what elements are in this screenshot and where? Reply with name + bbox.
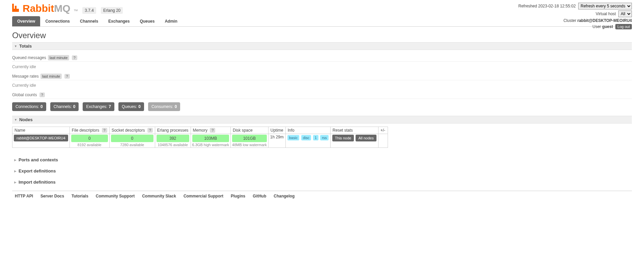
logout-button[interactable]: Log out — [615, 24, 632, 29]
rates-range-badge[interactable]: last minute — [40, 74, 62, 79]
col-reset: Reset stats — [330, 127, 378, 134]
tab-admin[interactable]: Admin — [160, 16, 182, 26]
node-name[interactable]: rabbit@DESKTOP-MEOIRU4 — [14, 135, 68, 141]
col-ep: Erlang processes — [155, 127, 191, 134]
queued-range-badge[interactable]: last minute — [48, 55, 69, 60]
col-info: Info — [285, 127, 330, 134]
footer-community-support[interactable]: Community Support — [96, 194, 135, 198]
refreshed-time: 2023-02-18 12:55:02 — [538, 4, 576, 8]
chevron-right-icon: ▶ — [14, 181, 17, 184]
footer-community-slack[interactable]: Community Slack — [142, 194, 176, 198]
disk-sub: 48MB low watermark — [232, 143, 267, 147]
count-queues[interactable]: Queues: 0 — [118, 102, 144, 111]
uptime-value: 1h 29m — [268, 134, 285, 148]
chevron-right-icon: ▶ — [14, 158, 17, 162]
section-totals-title: Totals — [19, 44, 32, 49]
chevron-right-icon: ▶ — [14, 169, 17, 173]
section-export[interactable]: ▶ Export definitions — [12, 167, 632, 175]
footer-server-docs[interactable]: Server Docs — [40, 194, 64, 198]
erlang-version-badge: Erlang 20 — [101, 7, 123, 14]
fd-help[interactable]: ? — [102, 128, 107, 133]
col-disk: Disk space — [231, 127, 269, 134]
section-ports[interactable]: ▶ Ports and contexts — [12, 156, 632, 164]
rabbit-icon — [12, 4, 19, 12]
sd-help[interactable]: ? — [147, 128, 153, 133]
mem-value: 103MB — [192, 135, 229, 142]
footer-plugins[interactable]: Plugins — [231, 194, 245, 198]
col-mem: Memory ? — [191, 127, 230, 134]
col-plusminus[interactable]: +/- — [378, 127, 388, 134]
fd-sub: 8192 available — [78, 143, 102, 147]
table-row: rabbit@DESKTOP-MEOIRU4 08192 available 0… — [12, 134, 388, 148]
user-label: User — [592, 24, 601, 29]
brand-mq: MQ — [54, 3, 70, 14]
footer-commercial-support[interactable]: Commercial Support — [184, 194, 223, 198]
rates-help[interactable]: ? — [64, 74, 70, 79]
mem-sub: 6.3GB high watermark — [192, 143, 229, 147]
section-import[interactable]: ▶ Import definitions — [12, 178, 632, 186]
count-channels[interactable]: Channels: 0 — [50, 102, 79, 111]
count-consumers[interactable]: Consumers: 0 — [148, 102, 180, 111]
col-sd: Socket descriptors ? — [109, 127, 155, 134]
tab-overview[interactable]: Overview — [12, 16, 40, 26]
disk-value: 101GB — [232, 135, 267, 142]
info-rss[interactable]: rss — [320, 135, 329, 140]
nodes-table: Name File descriptors ? Socket descripto… — [12, 127, 388, 148]
rates-idle: Currently idle — [12, 83, 632, 88]
info-one[interactable]: 1 — [313, 135, 318, 140]
reset-this-node-button[interactable]: This node — [332, 135, 354, 141]
info-disc[interactable]: disc — [301, 135, 311, 140]
tab-exchanges[interactable]: Exchanges — [103, 16, 135, 26]
sd-value: 0 — [111, 135, 153, 142]
fd-value: 0 — [71, 135, 108, 142]
section-nodes-header[interactable]: ▼ Nodes — [12, 116, 632, 124]
cluster-name: rabbit@DESKTOP-MEOIRU4 — [578, 18, 632, 23]
chevron-down-icon: ▼ — [14, 118, 17, 122]
section-import-title: Import definitions — [19, 180, 56, 185]
footer-github[interactable]: GitHub — [253, 194, 266, 198]
col-uptime: Uptime — [268, 127, 285, 134]
top-nav: Refreshed 2023-02-18 12:55:02 Refresh ev… — [519, 3, 632, 30]
section-export-title: Export definitions — [19, 168, 56, 173]
ep-sub: 1048576 available — [158, 143, 188, 147]
rabbit-version-badge: 3.7.4 — [82, 7, 96, 14]
section-ports-title: Ports and contexts — [19, 157, 58, 162]
section-nodes-title: Nodes — [19, 117, 33, 122]
sd-sub: 7280 available — [120, 143, 144, 147]
vhost-label: Virtual host — [596, 11, 616, 16]
user-name: guest — [602, 24, 613, 29]
reset-all-nodes-button[interactable]: All nodes — [356, 135, 376, 141]
queued-messages-label: Queued messages — [12, 55, 46, 60]
queued-help[interactable]: ? — [72, 55, 77, 60]
tab-connections[interactable]: Connections — [40, 16, 75, 26]
tab-channels[interactable]: Channels — [75, 16, 103, 26]
col-name: Name — [12, 127, 70, 134]
vhost-select[interactable]: All — [618, 10, 632, 17]
tab-queues[interactable]: Queues — [135, 16, 160, 26]
cluster-label: Cluster — [563, 18, 576, 23]
footer-tutorials[interactable]: Tutorials — [72, 194, 88, 198]
refreshed-label: Refreshed — [519, 4, 537, 8]
count-exchanges[interactable]: Exchanges: 7 — [83, 102, 114, 111]
footer-http-api[interactable]: HTTP API — [15, 194, 33, 198]
refresh-interval-select[interactable]: Refresh every 5 seconds — [578, 3, 632, 9]
info-basic[interactable]: basic — [287, 135, 300, 140]
brand-rabbit: Rabbit — [23, 3, 54, 14]
footer: HTTP API Server Docs Tutorials Community… — [12, 191, 632, 198]
brand-tm: TM — [74, 9, 78, 12]
page-title: Overview — [12, 31, 632, 40]
count-connections[interactable]: Connections: 0 — [12, 102, 46, 111]
queued-idle: Currently idle — [12, 64, 632, 69]
global-counts-label: Global counts — [12, 92, 37, 97]
section-totals-header[interactable]: ▼ Totals — [12, 42, 632, 50]
ep-value: 392 — [157, 135, 189, 142]
global-help[interactable]: ? — [39, 92, 45, 97]
mem-help[interactable]: ? — [210, 128, 215, 133]
message-rates-label: Message rates — [12, 74, 39, 79]
col-fd: File descriptors ? — [69, 127, 109, 134]
chevron-down-icon: ▼ — [14, 45, 17, 48]
footer-changelog[interactable]: Changelog — [274, 194, 295, 198]
